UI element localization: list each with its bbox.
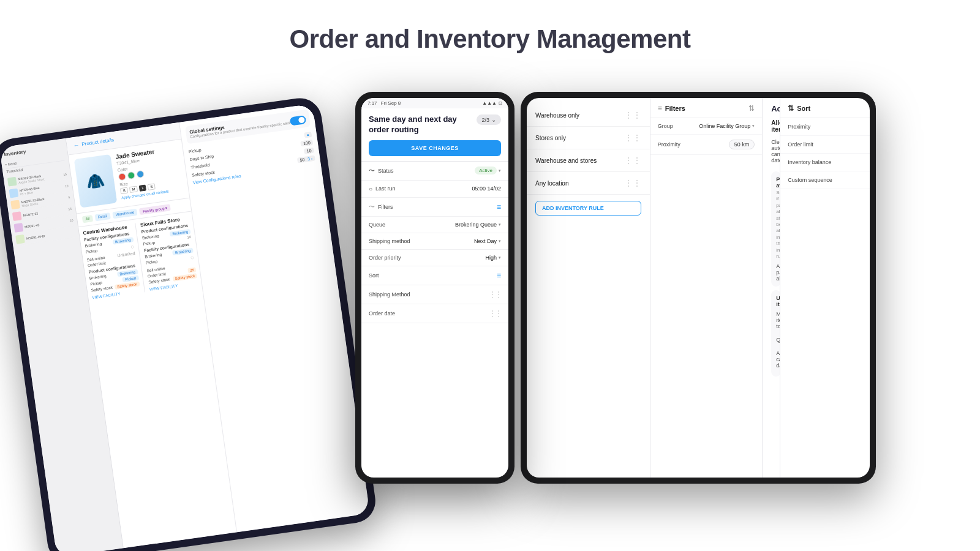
add-inventory-rule-button[interactable]: ADD INVENTORY RULE: [535, 201, 641, 216]
group-filter-row: Group Online Facility Group ▾: [650, 118, 762, 135]
group-value[interactable]: Online Facility Group ▾: [699, 123, 755, 129]
last-run-value: 05:00 14/02: [472, 186, 501, 192]
tag-all[interactable]: All: [82, 215, 93, 223]
filter-lines-icon: ≡: [658, 104, 662, 113]
days-ship-val[interactable]: 100: [300, 140, 313, 147]
actions-panel: Actions Allocated items Clear auto cance…: [763, 98, 780, 478]
routing-badge: 2/3 ⌄: [477, 114, 501, 125]
proximity-filter-row: Proximity 50 km: [650, 135, 762, 155]
custom-sequence-sort-item[interactable]: Custom sequence: [780, 171, 870, 189]
warehouse-stores-drag-handle[interactable]: ⋮⋮: [624, 156, 641, 165]
product-image: 🧥: [74, 154, 118, 208]
any-location-option[interactable]: Any location ⋮⋮: [527, 172, 650, 195]
shipping-drag-handle[interactable]: ⋮⋮: [489, 290, 501, 299]
sort-title: Sort: [797, 105, 810, 112]
partially-available-box: Partially available Select if partial al…: [771, 171, 780, 287]
filters-row[interactable]: 〜 Filters ≡: [361, 198, 508, 217]
sort-value[interactable]: ≡: [497, 271, 501, 280]
filters-icon-button[interactable]: ≡: [497, 203, 501, 211]
shipping-method-value[interactable]: Next Day ▾: [474, 238, 501, 244]
shipping-method-row: Shipping method Next Day ▾: [361, 233, 508, 250]
size-xl[interactable]: S: [148, 183, 156, 190]
warehouse-stores-option[interactable]: Warehouse and stores ⋮⋮: [527, 149, 650, 172]
safety-stock-label: Safety stock: [192, 170, 216, 177]
group-dropdown-arrow: ▾: [752, 124, 755, 129]
tablet-right: Warehouse only ⋮⋮ Stores only ⋮⋮ Warehou…: [521, 92, 876, 484]
sort-row: Sort ≡: [361, 266, 508, 285]
tag-warehouse[interactable]: Warehouse: [112, 209, 138, 219]
group-label: Group: [658, 123, 673, 129]
product-info: Jade Sweater T3041_Blue Color Size S: [115, 145, 184, 202]
safety-stock-val[interactable]: 50 3 ›: [297, 155, 315, 163]
filter-wave-icon: 〜: [369, 203, 375, 211]
chevron-icon: ⌄: [491, 116, 496, 123]
center-title: Same day and next day order routing: [369, 114, 467, 135]
save-changes-button[interactable]: SAVE CHANGES: [369, 140, 501, 156]
order-priority-value[interactable]: High ▾: [485, 255, 501, 261]
queue-row: Queue Brokering Queue ▾: [361, 217, 508, 233]
sort-arrows-icon: ⇅: [788, 104, 794, 113]
queue-dropdown-arrow: ▾: [499, 222, 501, 227]
color-red[interactable]: [118, 173, 127, 181]
size-m[interactable]: M: [129, 186, 138, 193]
size-s[interactable]: S: [120, 187, 128, 195]
back-label: Product details: [81, 137, 115, 147]
priority-dropdown-arrow: ▾: [499, 255, 501, 260]
order-priority-row: Order priority High ▾: [361, 250, 508, 266]
inventory-balance-sort-item[interactable]: Inventory balance: [780, 154, 870, 171]
color-blue[interactable]: [136, 170, 145, 179]
order-limit-sort-item[interactable]: Order limit: [780, 136, 870, 154]
status-dropdown-arrow: ▾: [499, 168, 501, 173]
size-l[interactable]: L: [139, 184, 147, 191]
shipping-method-drag-row: Shipping Method ⋮⋮: [361, 285, 508, 304]
tablet-center: 7:17 Fri Sep 8 ▲▲▲ ⊡ Same day and next d…: [355, 92, 514, 484]
tag-facility[interactable]: Facility group ▾: [139, 204, 170, 215]
tablet-left: Inventory ▪ Items Threshold MSG91-32-Bla…: [0, 96, 378, 551]
tag-retail[interactable]: Retail: [94, 212, 111, 221]
routing-options-panel: Warehouse only ⋮⋮ Stores only ⋮⋮ Warehou…: [527, 98, 650, 478]
stores-drag-handle[interactable]: ⋮⋮: [624, 133, 641, 143]
order-date-drag-row: Order date ⋮⋮: [361, 304, 508, 323]
filters-panel: ≡ Filters ⇅ Group Online Facility Group …: [650, 98, 763, 478]
sort-icon-btn[interactable]: ⇅: [748, 104, 755, 113]
clock-icon: ○: [369, 186, 372, 192]
order-date-drag-handle[interactable]: ⋮⋮: [489, 309, 501, 318]
pickup-toggle[interactable]: ●: [304, 132, 312, 138]
filters-title: ≡ Filters: [658, 104, 685, 113]
shipping-dropdown-arrow: ▾: [499, 239, 501, 244]
threshold-val[interactable]: 10: [304, 148, 314, 154]
pickup-label: Pickup: [188, 148, 202, 154]
unavailable-items-box: Unavailable items Move items to Queue ▾ …: [771, 290, 780, 377]
warehouse-only-option[interactable]: Warehouse only ⋮⋮: [527, 104, 650, 127]
global-settings-toggle[interactable]: [290, 115, 307, 126]
warehouse-drag-handle[interactable]: ⋮⋮: [624, 110, 641, 120]
proximity-value[interactable]: 50 km: [729, 140, 755, 149]
center-status-bar: 7:17 Fri Sep 8 ▲▲▲ ⊡: [361, 98, 508, 108]
proximity-sort-item[interactable]: Proximity: [780, 118, 870, 136]
page-title: Order and Inventory Management: [0, 0, 980, 54]
wave-icon: 〜: [369, 167, 375, 175]
stores-only-option[interactable]: Stores only ⋮⋮: [527, 127, 650, 149]
status-time: 7:17 Fri Sep 8: [368, 100, 401, 106]
days-ship-label: Days to Ship: [189, 154, 214, 161]
safety-stock-btn[interactable]: 3 ›: [307, 156, 313, 161]
sort-panel: ⇅ Sort Proximity Order limit Inventory b…: [780, 98, 870, 478]
status-value[interactable]: Active ▾: [475, 167, 501, 174]
proximity-label: Proximity: [658, 141, 680, 148]
any-location-drag-handle[interactable]: ⋮⋮: [624, 178, 641, 188]
content-area: Inventory ▪ Items Threshold MSG91-32-Bla…: [0, 98, 980, 551]
clear-auto-cancel-label: Clear auto cancel date: [771, 139, 780, 163]
queue-value[interactable]: Brokering Queue ▾: [455, 222, 501, 228]
last-run-row: ○ Last run 05:00 14/02: [361, 181, 508, 198]
color-green[interactable]: [127, 171, 136, 180]
threshold-label: Threshold: [190, 162, 210, 169]
status-row: 〜 Status Active ▾: [361, 162, 508, 181]
